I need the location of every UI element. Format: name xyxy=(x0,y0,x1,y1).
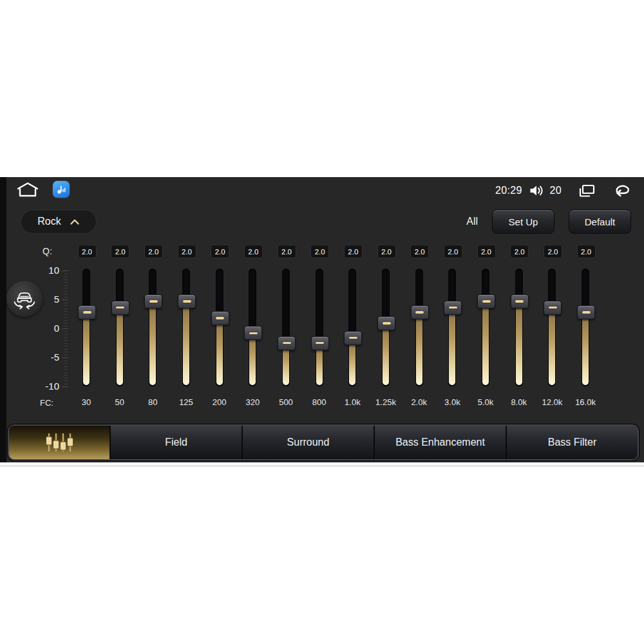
tab-label: Surround xyxy=(287,437,330,448)
fc-frequency-label: 12.0k xyxy=(535,397,569,407)
eq-slider-thumb[interactable] xyxy=(577,305,595,319)
recent-apps-icon[interactable] xyxy=(577,183,596,198)
eq-slider-thumb[interactable] xyxy=(511,294,529,308)
db-tick-minor xyxy=(64,366,68,367)
eq-slider-thumb[interactable] xyxy=(444,301,462,315)
q-row-label: Q: xyxy=(43,246,52,256)
db-tick-minor xyxy=(64,311,68,312)
db-tick-minor xyxy=(64,375,68,375)
thumb-grip xyxy=(116,307,124,309)
q-value-box[interactable]: 2.0 xyxy=(78,245,97,258)
q-value-box[interactable]: 2.0 xyxy=(310,245,329,258)
db-scale-label: 0 xyxy=(33,323,59,334)
q-value-box[interactable]: 2.0 xyxy=(344,245,363,258)
header-actions: All Set Up Default xyxy=(466,209,631,234)
q-value-box[interactable]: 2.0 xyxy=(544,245,562,258)
bottom-tab-bar: FieldSurroundBass EnhancementBass Filter xyxy=(8,424,639,460)
eq-slider-fill xyxy=(449,307,455,385)
eq-slider-thumb[interactable] xyxy=(278,336,296,350)
eq-slider-fill xyxy=(516,301,522,385)
preset-dropdown[interactable]: Rock xyxy=(21,209,97,234)
q-value-box[interactable]: 2.0 xyxy=(278,245,296,258)
screen-bottom-shadow xyxy=(0,465,644,467)
db-tick-minor xyxy=(64,285,68,286)
eq-slider-fill xyxy=(416,312,422,385)
q-value-box[interactable]: 2.0 xyxy=(377,245,396,258)
thumb-grip xyxy=(216,317,224,319)
eq-slider-fill xyxy=(149,301,156,385)
db-tick-major xyxy=(62,328,68,329)
fc-frequency-label: 50 xyxy=(103,397,137,407)
eq-slider-fill xyxy=(216,317,223,385)
q-value-box[interactable]: 2.0 xyxy=(244,245,263,258)
db-tick-minor xyxy=(64,334,68,335)
eq-slider-thumb[interactable] xyxy=(544,301,562,315)
speaker-icon xyxy=(529,184,544,198)
eq-slider-thumb[interactable] xyxy=(244,326,262,340)
tab-label: Field xyxy=(165,437,187,448)
car-surround-icon[interactable] xyxy=(6,281,43,317)
q-value-box[interactable]: 2.0 xyxy=(144,245,163,258)
db-tick-minor xyxy=(64,282,68,283)
q-value-box[interactable]: 2.0 xyxy=(410,245,429,258)
db-tick-minor xyxy=(64,276,68,277)
db-tick-minor xyxy=(64,343,68,344)
eq-slider-thumb[interactable] xyxy=(311,336,329,350)
q-value-box[interactable]: 2.0 xyxy=(510,245,529,258)
eq-slider-fill xyxy=(249,332,256,385)
q-value-box[interactable]: 2.0 xyxy=(477,245,496,258)
db-scale-label: -10 xyxy=(33,381,59,392)
fc-row-label: FC: xyxy=(40,398,53,408)
screenshot-page: 20:29 20 xyxy=(0,0,644,644)
tab-label: Bass Enhancement xyxy=(395,437,485,448)
eq-slider-thumb[interactable] xyxy=(377,316,395,330)
db-tick-minor xyxy=(64,288,68,289)
db-tick-minor xyxy=(64,297,68,298)
eq-slider-thumb[interactable] xyxy=(411,305,429,319)
tab-surround[interactable]: Surround xyxy=(242,426,374,459)
db-tick-minor xyxy=(64,361,68,361)
home-icon[interactable] xyxy=(15,181,40,198)
fc-frequency-label: 80 xyxy=(136,397,169,407)
back-icon[interactable] xyxy=(612,184,632,198)
thumb-grip xyxy=(383,322,391,325)
q-value-box[interactable]: 2.0 xyxy=(577,245,596,258)
eq-slider-thumb[interactable] xyxy=(144,294,162,308)
thumb-grip xyxy=(83,311,91,314)
volume-level: 20 xyxy=(550,185,562,196)
default-button[interactable]: Default xyxy=(569,209,631,234)
eq-app-icon[interactable] xyxy=(53,181,70,198)
eq-slider-thumb[interactable] xyxy=(111,301,129,315)
eq-slider-thumb[interactable] xyxy=(211,311,229,325)
db-tick-major xyxy=(62,270,68,271)
db-tick-minor xyxy=(64,352,68,352)
db-tick-minor xyxy=(64,355,68,355)
q-value-box[interactable]: 2.0 xyxy=(211,245,229,258)
tab-equalizer[interactable] xyxy=(9,426,109,459)
tab-bass-enhancement[interactable]: Bass Enhancement xyxy=(374,426,506,459)
thumb-grip xyxy=(482,300,491,303)
fc-frequency-label: 8.0k xyxy=(502,397,536,407)
eq-slider-fill xyxy=(83,312,90,385)
eq-slider-thumb[interactable] xyxy=(78,305,96,319)
q-value-box[interactable]: 2.0 xyxy=(444,245,462,258)
q-value-box[interactable]: 2.0 xyxy=(178,245,196,258)
status-bar-left xyxy=(15,181,70,198)
setup-button[interactable]: Set Up xyxy=(492,209,554,234)
eq-slider-fill xyxy=(183,301,189,385)
tab-bass-filter[interactable]: Bass Filter xyxy=(506,426,638,459)
thumb-grip xyxy=(283,342,291,345)
thumb-grip xyxy=(249,332,258,335)
db-tick-minor xyxy=(64,308,68,309)
q-value-box[interactable]: 2.0 xyxy=(111,245,129,258)
clock: 20:29 xyxy=(495,185,522,196)
db-tick-minor xyxy=(64,384,68,384)
eq-slider-thumb[interactable] xyxy=(178,294,196,308)
eq-slider-thumb[interactable] xyxy=(344,331,362,345)
eq-slider-fill xyxy=(117,307,123,385)
db-tick-minor xyxy=(64,349,68,350)
eq-slider-thumb[interactable] xyxy=(477,294,495,308)
preset-label: Rock xyxy=(37,216,61,227)
fc-frequency-label: 16.0k xyxy=(569,397,602,407)
tab-field[interactable]: Field xyxy=(109,426,242,459)
